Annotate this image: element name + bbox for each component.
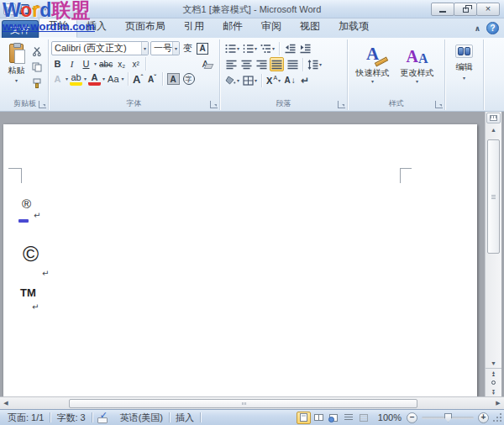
styles-dialog-launcher-icon[interactable] <box>435 101 443 108</box>
help-icon[interactable]: ? <box>486 22 499 34</box>
font-size-dropdown-icon[interactable]: ▾ <box>172 42 179 55</box>
bold-button[interactable]: B <box>51 57 64 71</box>
spellcheck-status[interactable]: ✓ <box>97 412 110 423</box>
tab-review[interactable]: 审阅 <box>252 16 291 38</box>
line-spacing-dropdown-icon[interactable]: ▾ <box>319 62 322 67</box>
shading-dropdown-icon[interactable]: ▾ <box>237 78 239 83</box>
multilevel-dropdown-icon[interactable]: ▾ <box>272 46 275 51</box>
clipboard-dialog-launcher-icon[interactable] <box>39 101 46 108</box>
vertical-scroll-thumb[interactable] <box>487 139 500 254</box>
format-painter-button[interactable] <box>29 76 45 90</box>
paste-dropdown-icon[interactable]: ▾ <box>15 78 18 83</box>
text-effects-dropdown-icon[interactable]: ▾ <box>66 76 68 81</box>
bullets-dropdown-icon[interactable]: ▾ <box>237 46 239 51</box>
horizontal-scrollbar[interactable]: ◀ ▶ <box>0 396 504 409</box>
numbering-button[interactable]: ▾ <box>242 41 258 55</box>
draft-view-button[interactable] <box>357 412 371 424</box>
outline-view-button[interactable] <box>342 412 356 424</box>
tab-references[interactable]: 引用 <box>175 16 213 38</box>
font-name-combo[interactable]: Calibri (西文正文)▾ <box>51 41 149 55</box>
numbering-dropdown-icon[interactable]: ▾ <box>255 46 257 51</box>
tab-addins[interactable]: 加载项 <box>329 16 378 38</box>
tab-mailings[interactable]: 邮件 <box>213 16 252 38</box>
scroll-left-icon[interactable]: ◀ <box>0 398 12 409</box>
resize-grip[interactable] <box>493 413 502 422</box>
align-right-button[interactable] <box>255 57 268 71</box>
horizontal-scroll-thumb[interactable] <box>69 399 417 408</box>
multilevel-list-button[interactable]: ▾ <box>260 41 276 55</box>
grow-font-button[interactable]: Aˆ <box>132 72 144 86</box>
superscript-button[interactable]: x² <box>129 57 142 71</box>
font-name-dropdown-icon[interactable]: ▾ <box>141 42 148 55</box>
change-styles-button[interactable]: AA 更改样式 ▾ <box>395 41 439 98</box>
vertical-scroll-track[interactable] <box>486 134 501 358</box>
subscript-button[interactable]: x₂ <box>115 57 128 71</box>
scroll-right-icon[interactable]: ▶ <box>492 398 504 409</box>
minimize-ribbon-icon[interactable]: ∧ <box>475 24 480 33</box>
underline-button[interactable]: U <box>80 57 92 71</box>
fullscreen-reading-view-button[interactable] <box>312 412 326 424</box>
asian-layout-button[interactable]: XA ▾ <box>265 73 281 87</box>
quick-styles-dropdown-icon[interactable]: ▾ <box>371 79 374 84</box>
cut-button[interactable] <box>29 44 45 58</box>
sort-button[interactable]: A↓ <box>283 73 297 87</box>
show-hide-marks-button[interactable]: ↵ <box>298 73 312 87</box>
print-layout-view-button[interactable] <box>297 412 311 424</box>
font-color-dropdown-icon[interactable]: ▾ <box>102 76 105 81</box>
page-indicator[interactable]: 页面: 1/1 <box>2 412 50 424</box>
distributed-button[interactable] <box>286 57 299 71</box>
bullets-button[interactable]: ▾ <box>224 41 240 55</box>
close-button[interactable]: × <box>476 3 500 16</box>
line-spacing-button[interactable]: ▾ <box>307 57 323 71</box>
decrease-indent-button[interactable] <box>283 41 297 55</box>
minimize-button[interactable] <box>431 3 454 16</box>
shading-button[interactable]: ▾ <box>224 73 240 87</box>
align-left-button[interactable] <box>224 57 238 71</box>
quick-styles-button[interactable]: A 快速样式 ▾ <box>350 41 395 98</box>
strikethrough-button[interactable]: abc <box>98 57 113 71</box>
language-indicator[interactable]: 英语(美国) <box>114 412 169 424</box>
increase-indent-button[interactable] <box>298 41 312 55</box>
document-page[interactable]: ® ↵ © ↵ TM ↵ <box>3 124 477 396</box>
align-center-button[interactable] <box>239 57 253 71</box>
word-count[interactable]: 字数: 3 <box>50 412 91 424</box>
insert-mode-indicator[interactable]: 插入 <box>170 412 200 424</box>
next-page-button[interactable]: ▼▼ <box>486 387 501 396</box>
underline-dropdown-icon[interactable]: ▾ <box>94 61 97 66</box>
shrink-font-button[interactable]: Aˇ <box>146 72 159 86</box>
font-color-button[interactable]: A <box>88 72 101 86</box>
character-shading-button[interactable]: A <box>166 72 181 86</box>
vertical-scrollbar[interactable]: ▲ ▼ ▲▲ ▼▼ <box>485 112 501 396</box>
asian-layout-dropdown-icon[interactable]: ▾ <box>278 78 281 83</box>
paste-button[interactable]: 粘贴 ▾ <box>4 41 29 98</box>
italic-button[interactable]: I <box>66 57 78 71</box>
font-size-combo[interactable]: 一号▾ <box>150 41 180 55</box>
borders-button[interactable]: ▾ <box>242 73 258 87</box>
previous-page-button[interactable]: ▲▲ <box>486 369 501 378</box>
editing-dropdown-icon[interactable]: ▾ <box>463 76 465 81</box>
scroll-down-icon[interactable]: ▼ <box>486 358 501 368</box>
highlight-color-button[interactable]: ab <box>70 72 82 86</box>
enclose-characters-button[interactable]: 字 <box>182 72 196 86</box>
web-layout-view-button[interactable] <box>327 412 341 424</box>
zoom-out-button[interactable]: – <box>407 412 417 423</box>
borders-dropdown-icon[interactable]: ▾ <box>255 78 257 83</box>
zoom-slider[interactable] <box>422 417 474 419</box>
character-border-button[interactable]: A <box>196 42 209 55</box>
tab-page-layout[interactable]: 页面布局 <box>116 16 175 38</box>
justify-button[interactable] <box>270 57 284 71</box>
change-case-dropdown-icon[interactable]: ▾ <box>122 76 124 81</box>
font-dialog-launcher-icon[interactable] <box>210 101 218 108</box>
highlight-dropdown-icon[interactable]: ▾ <box>84 76 87 81</box>
zoom-in-button[interactable]: + <box>478 412 489 423</box>
tab-view[interactable]: 视图 <box>291 16 329 38</box>
change-case-button[interactable]: Aa <box>107 72 119 86</box>
clear-formatting-button[interactable]: A <box>199 57 212 71</box>
editing-button[interactable]: 编辑 ▾ <box>448 41 480 98</box>
scroll-up-icon[interactable]: ▲ <box>486 124 501 134</box>
text-effects-button[interactable]: A <box>51 72 64 86</box>
restore-button[interactable] <box>454 3 477 16</box>
phonetic-guide-button[interactable]: 变 <box>181 42 194 55</box>
ruler-toggle-button[interactable] <box>486 113 501 123</box>
zoom-level[interactable]: 100% <box>378 412 402 422</box>
